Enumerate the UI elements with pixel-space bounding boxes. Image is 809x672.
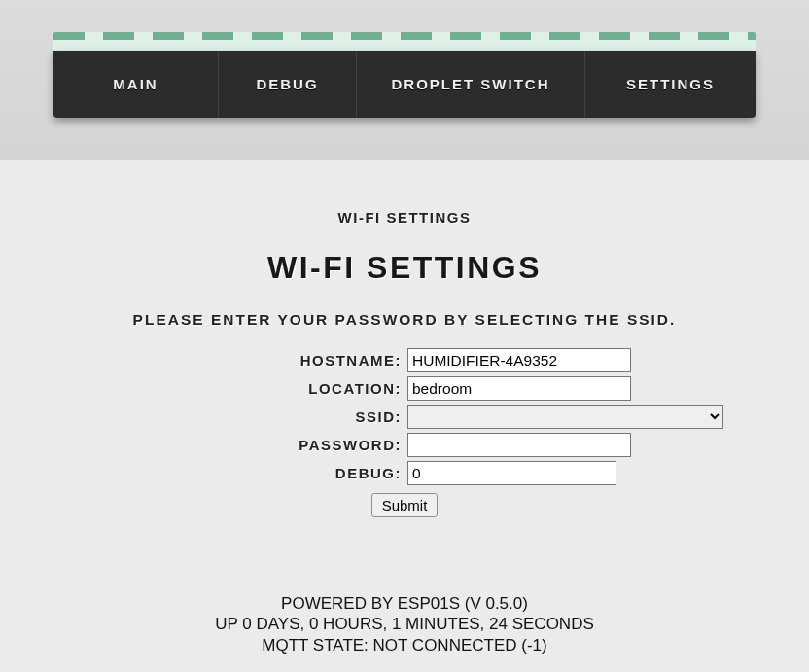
nav-item-debug[interactable]: DEBUG bbox=[219, 51, 357, 118]
ssid-select[interactable] bbox=[407, 405, 723, 429]
location-input[interactable] bbox=[407, 376, 631, 401]
footer-powered: POWERED BY ESP01S (V 0.5.0) bbox=[53, 593, 756, 614]
content-area: WI-FI SETTINGS WI-FI SETTINGS PLEASE ENT… bbox=[0, 160, 809, 672]
main-nav: MAIN DEBUG DROPLET SWITCH SETTINGS bbox=[53, 51, 756, 118]
decorative-stripes-pad bbox=[53, 40, 756, 51]
password-input[interactable] bbox=[407, 433, 631, 457]
debug-input[interactable] bbox=[407, 461, 616, 485]
submit-row: Submit bbox=[371, 493, 439, 517]
hostname-label: HOSTNAME: bbox=[71, 352, 402, 369]
page-subtitle: PLEASE ENTER YOUR PASSWORD BY SELECTING … bbox=[53, 311, 756, 329]
nav-item-droplet-switch[interactable]: DROPLET SWITCH bbox=[357, 51, 585, 118]
row-password: PASSWORD: bbox=[71, 433, 738, 457]
password-label: PASSWORD: bbox=[71, 437, 402, 453]
row-location: LOCATION: bbox=[71, 376, 738, 401]
page-title: WI-FI SETTINGS bbox=[53, 250, 756, 286]
debug-label: DEBUG: bbox=[71, 465, 402, 481]
ssid-label: SSID: bbox=[71, 408, 402, 425]
footer: POWERED BY ESP01S (V 0.5.0) UP 0 DAYS, 0… bbox=[53, 517, 756, 655]
footer-uptime: UP 0 DAYS, 0 HOURS, 1 MINUTES, 24 SECOND… bbox=[53, 614, 756, 634]
wifi-settings-form: HOSTNAME: LOCATION: SSID: PASSWORD: bbox=[53, 348, 756, 517]
row-hostname: HOSTNAME: bbox=[71, 348, 738, 372]
location-label: LOCATION: bbox=[71, 380, 402, 397]
header-area: MAIN DEBUG DROPLET SWITCH SETTINGS bbox=[0, 0, 809, 160]
nav-item-settings[interactable]: SETTINGS bbox=[585, 51, 756, 118]
decorative-stripes bbox=[53, 32, 756, 40]
row-debug: DEBUG: bbox=[71, 461, 738, 485]
nav-item-main[interactable]: MAIN bbox=[53, 51, 219, 118]
row-ssid: SSID: bbox=[71, 405, 738, 429]
hostname-input[interactable] bbox=[407, 348, 631, 372]
breadcrumb: WI-FI SETTINGS bbox=[53, 209, 756, 226]
submit-button[interactable]: Submit bbox=[371, 493, 439, 517]
footer-mqtt: MQTT STATE: NOT CONNECTED (-1) bbox=[53, 635, 756, 655]
